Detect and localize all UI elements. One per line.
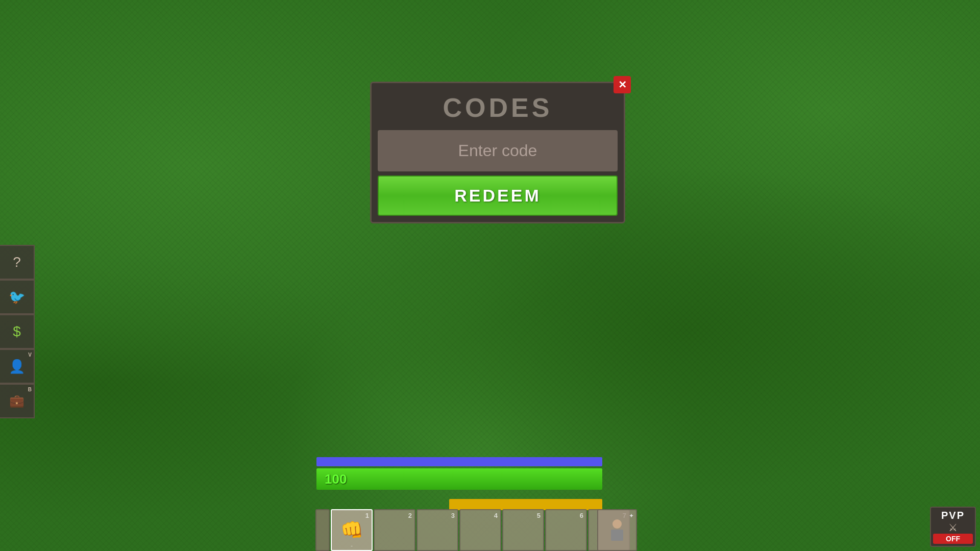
close-button[interactable]: ✕ <box>614 76 631 93</box>
hotbar-slot-2[interactable]: 2 <box>374 509 415 551</box>
sidebar-btn-money[interactable]: $ <box>0 314 35 349</box>
slot-number-5: 5 <box>537 512 541 519</box>
char-body <box>611 530 623 541</box>
hotbar-slot-narrow[interactable] <box>315 509 330 551</box>
mana-bar <box>316 457 602 466</box>
slot-number-4: 4 <box>494 512 498 519</box>
hotbar-slot-4[interactable]: 4 <box>459 509 501 551</box>
pvp-status: OFF <box>933 534 973 544</box>
hotbar-slot-1[interactable]: 1 👊 - <box>331 509 373 551</box>
slot-minus-1: - <box>351 542 353 548</box>
char-decoration: ✦ <box>629 512 634 519</box>
dollar-icon: $ <box>13 323 21 340</box>
health-bar-fill <box>316 468 602 490</box>
character-figure <box>611 519 623 541</box>
backpack-badge: B <box>28 387 32 392</box>
stamina-bar <box>449 499 602 510</box>
sidebar: ? 🐦 $ V 👤 B 💼 <box>0 245 35 418</box>
status-bars: 100 <box>316 457 602 490</box>
hotbar-slot-5[interactable]: 5 <box>502 509 544 551</box>
slot-number-2: 2 <box>408 512 412 519</box>
health-bar: 100 <box>316 468 602 490</box>
codes-modal: ✕ CODES REDEEM <box>370 82 625 223</box>
help-icon: ? <box>13 254 21 270</box>
twitter-icon: 🐦 <box>9 289 25 305</box>
redeem-button[interactable]: REDEEM <box>378 176 618 216</box>
hotbar-slot-3[interactable]: 3 <box>416 509 458 551</box>
sidebar-btn-twitter[interactable]: 🐦 <box>0 280 35 314</box>
health-value: 100 <box>325 471 347 487</box>
modal-title: CODES <box>382 92 614 123</box>
character-badge: V <box>28 352 32 358</box>
char-head <box>612 519 622 529</box>
pvp-button[interactable]: PVP ⚔ OFF <box>930 507 976 547</box>
character-slot[interactable]: ✦ <box>597 509 637 551</box>
fist-icon: 👊 <box>340 519 363 541</box>
sidebar-btn-character[interactable]: V 👤 <box>0 349 35 384</box>
character-icon: 👤 <box>9 359 25 374</box>
backpack-icon: 💼 <box>9 394 24 408</box>
slot-number-3: 3 <box>451 512 455 519</box>
sidebar-btn-help[interactable]: ? <box>0 245 35 280</box>
modal-header: CODES <box>372 83 624 130</box>
pvp-label: PVP <box>941 510 965 521</box>
pvp-swords-icon: ⚔ <box>948 521 958 534</box>
hotbar: 1 👊 - 2 3 4 5 6 7 <box>315 509 630 551</box>
modal-body: REDEEM <box>372 130 624 222</box>
code-input[interactable] <box>378 130 618 171</box>
slot-number-6: 6 <box>580 512 583 519</box>
hotbar-slot-6[interactable]: 6 <box>545 509 587 551</box>
sidebar-btn-backpack[interactable]: B 💼 <box>0 384 35 418</box>
slot-number-1: 1 <box>365 512 369 519</box>
